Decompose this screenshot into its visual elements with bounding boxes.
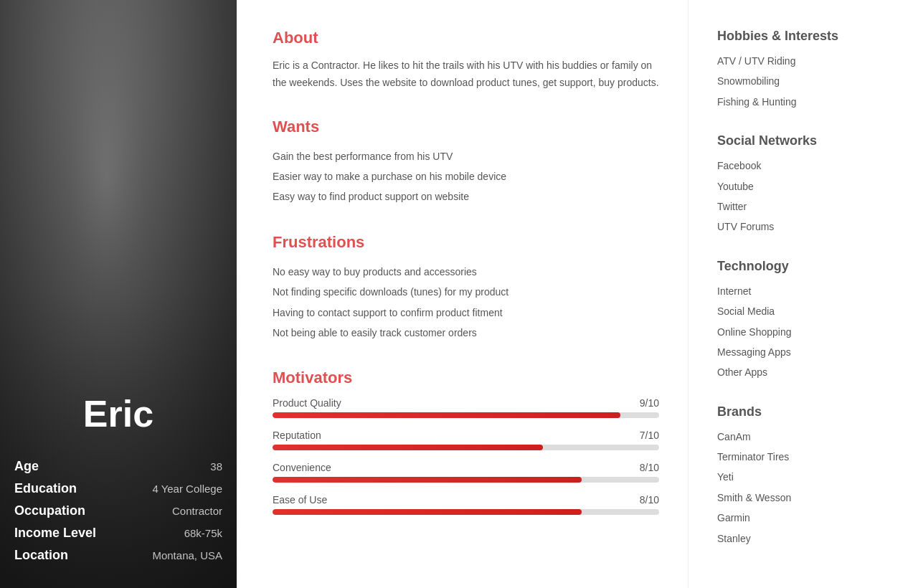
progress-track	[273, 445, 659, 450]
motivator-score: 9/10	[640, 397, 659, 409]
list-item: Not being able to easily track customer …	[273, 323, 659, 343]
motivator-ease-of-use: Ease of Use 8/10	[273, 494, 659, 515]
progress-fill	[273, 509, 582, 515]
list-item: UTV Forums	[717, 217, 889, 237]
technology-title: Technology	[717, 259, 889, 274]
list-item: ATV / UTV Riding	[717, 51, 889, 71]
motivator-product-quality: Product Quality 9/10	[273, 397, 659, 418]
list-item: Messaging Apps	[717, 342, 889, 362]
brands-title: Brands	[717, 404, 889, 419]
motivator-label: Product Quality	[273, 397, 341, 409]
age-value: 38	[210, 460, 222, 473]
list-item: Smith & Wesson	[717, 488, 889, 508]
hobbies-section: Hobbies & Interests ATV / UTV Riding Sno…	[717, 29, 889, 112]
occupation-value: Contractor	[172, 505, 222, 517]
list-item: Yeti	[717, 467, 889, 487]
person-name: Eric	[14, 392, 222, 435]
list-item: No easy way to buy products and accessor…	[273, 262, 659, 282]
occupation-label: Occupation	[14, 503, 85, 518]
frustrations-title: Frustrations	[273, 233, 659, 252]
list-item: Twitter	[717, 196, 889, 217]
list-item: Online Shopping	[717, 322, 889, 342]
list-item: Social Media	[717, 301, 889, 321]
education-row: Education 4 Year College	[14, 478, 222, 500]
list-item: Gain the best performance from his UTV	[273, 146, 659, 166]
list-item: Terminator Tires	[717, 447, 889, 467]
about-title: About	[273, 29, 659, 47]
motivator-reputation: Reputation 7/10	[273, 430, 659, 450]
motivator-score: 7/10	[640, 430, 659, 441]
brands-section: Brands CanAm Terminator Tires Yeti Smith…	[717, 404, 889, 549]
wants-title: Wants	[273, 118, 659, 136]
progress-fill	[273, 445, 543, 450]
info-table: Age 38 Education 4 Year College Occupati…	[14, 455, 222, 566]
center-panel: About Eric is a Contractor. He likes to …	[237, 0, 688, 588]
location-label: Location	[14, 548, 68, 563]
motivators-section: Motivators Product Quality 9/10 Reputati…	[273, 369, 659, 515]
age-row: Age 38	[14, 455, 222, 478]
social-section: Social Networks Facebook Youtube Twitter…	[717, 133, 889, 237]
hobbies-list: ATV / UTV Riding Snowmobiling Fishing & …	[717, 51, 889, 112]
progress-fill	[273, 412, 620, 418]
about-section: About Eric is a Contractor. He likes to …	[273, 29, 659, 92]
list-item: Facebook	[717, 156, 889, 176]
technology-list: Internet Social Media Online Shopping Me…	[717, 281, 889, 383]
technology-section: Technology Internet Social Media Online …	[717, 259, 889, 383]
income-value: 68k-75k	[184, 527, 222, 539]
social-title: Social Networks	[717, 133, 889, 148]
motivator-label: Convenience	[273, 462, 331, 473]
list-item: Easier way to make a purchase on his mob…	[273, 166, 659, 186]
motivator-score: 8/10	[640, 494, 659, 506]
about-text: Eric is a Contractor. He likes to hit th…	[273, 57, 659, 92]
frustrations-list: No easy way to buy products and accessor…	[273, 262, 659, 343]
person-info: Eric Age 38 Education 4 Year College Occ…	[0, 392, 237, 588]
list-item: Not finding specific downloads (tunes) f…	[273, 282, 659, 302]
list-item: Snowmobiling	[717, 71, 889, 91]
list-item: CanAm	[717, 427, 889, 447]
hobbies-title: Hobbies & Interests	[717, 29, 889, 44]
income-label: Income Level	[14, 526, 96, 541]
list-item: Other Apps	[717, 362, 889, 382]
brands-list: CanAm Terminator Tires Yeti Smith & Wess…	[717, 427, 889, 549]
progress-fill	[273, 477, 582, 483]
motivator-label: Ease of Use	[273, 494, 327, 506]
progress-track	[273, 412, 659, 418]
income-row: Income Level 68k-75k	[14, 522, 222, 544]
list-item: Internet	[717, 281, 889, 301]
frustrations-section: Frustrations No easy way to buy products…	[273, 233, 659, 343]
list-item: Fishing & Hunting	[717, 92, 889, 112]
education-label: Education	[14, 481, 77, 496]
wants-list: Gain the best performance from his UTV E…	[273, 146, 659, 207]
motivator-label: Reputation	[273, 430, 321, 441]
list-item: Garmin	[717, 508, 889, 528]
social-list: Facebook Youtube Twitter UTV Forums	[717, 156, 889, 237]
motivator-convenience: Convenience 8/10	[273, 462, 659, 483]
right-panel: Hobbies & Interests ATV / UTV Riding Sno…	[688, 0, 918, 588]
list-item: Having to contact support to confirm pro…	[273, 303, 659, 323]
education-value: 4 Year College	[152, 483, 222, 495]
list-item: Stanley	[717, 528, 889, 549]
motivators-title: Motivators	[273, 369, 659, 387]
list-item: Youtube	[717, 176, 889, 196]
occupation-row: Occupation Contractor	[14, 500, 222, 522]
progress-track	[273, 477, 659, 483]
wants-section: Wants Gain the best performance from his…	[273, 118, 659, 207]
left-panel: Eric Age 38 Education 4 Year College Occ…	[0, 0, 237, 588]
list-item: Easy way to find product support on webs…	[273, 186, 659, 207]
location-row: Location Montana, USA	[14, 544, 222, 566]
main-content: About Eric is a Contractor. He likes to …	[237, 0, 918, 588]
age-label: Age	[14, 459, 39, 474]
progress-track	[273, 509, 659, 515]
motivator-score: 8/10	[640, 462, 659, 473]
location-value: Montana, USA	[152, 549, 222, 561]
